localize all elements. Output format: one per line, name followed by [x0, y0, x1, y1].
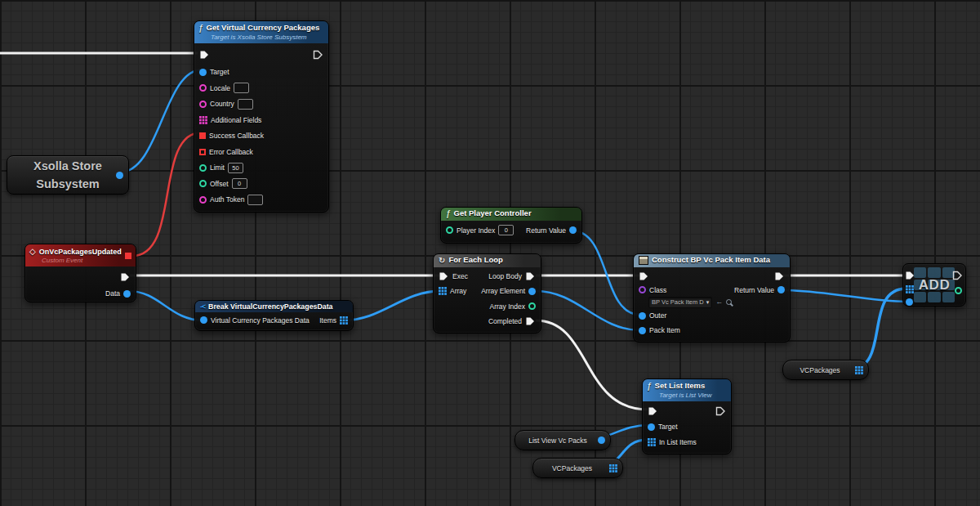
wire-items-to-array[interactable] [343, 291, 441, 320]
subsystem-output-pin[interactable] [116, 172, 123, 179]
pin-label: Success Callback [209, 132, 264, 140]
pin-label: Array [450, 287, 466, 295]
pin-label: Class [649, 286, 666, 294]
node-header: ƒGet Virtual Currency Packages Target is… [194, 21, 328, 43]
node-get-player-controller[interactable]: ƒGet Player Controller Player Index0 Ret… [440, 207, 582, 244]
pin-label: Return Value [734, 286, 774, 294]
exec-out-pin[interactable] [774, 271, 785, 281]
return-value-pin[interactable] [777, 286, 785, 293]
pin-label: Data [105, 289, 120, 298]
wire-controller-to-outer[interactable] [572, 231, 640, 315]
completed-exec-pin[interactable] [525, 316, 536, 326]
loop-body-exec-pin[interactable] [525, 271, 536, 281]
event-icon: ◇ [29, 247, 36, 257]
country-pin[interactable] [199, 101, 207, 108]
offset-pin[interactable] [199, 180, 207, 187]
search-icon[interactable] [726, 299, 732, 305]
exec-in-pin[interactable] [639, 271, 649, 281]
target-pin[interactable] [648, 423, 655, 431]
function-icon: ƒ [198, 24, 203, 34]
node-vcpackages-getter-bottom[interactable]: VCPackages [532, 458, 623, 478]
vcpackages-array-output-pin[interactable] [855, 366, 863, 374]
exec-out-pin[interactable] [952, 271, 963, 280]
country-input[interactable] [238, 99, 253, 110]
locale-pin[interactable] [199, 84, 207, 92]
node-vcpackages-getter-right[interactable]: VCPackages [782, 360, 869, 380]
pin-label: Limit [210, 163, 225, 172]
node-for-each-loop[interactable]: ↻For Each Loop Exec Loop Body Array Arra… [433, 253, 541, 334]
return-value-pin[interactable] [569, 226, 577, 234]
auth-token-pin[interactable] [199, 196, 207, 204]
new-item-pin[interactable] [906, 298, 913, 306]
node-subtitle: Target is Xsolla Store Subsystem [211, 34, 323, 41]
offset-input[interactable]: 0 [232, 178, 247, 189]
variable-label: VCPackages [552, 464, 592, 472]
class-select[interactable]: BP Vc Pack Item D▾ [648, 297, 712, 308]
array-input-pin[interactable] [439, 287, 447, 295]
reset-to-default-icon[interactable]: ← [715, 298, 723, 306]
player-index-input[interactable]: 0 [498, 225, 514, 235]
pin-label: Country [210, 100, 234, 108]
node-header: ◇OnVcPackagesUpdated Custom Event [25, 244, 136, 266]
wire-completed-to-setlistitems[interactable] [536, 320, 648, 410]
pin-label: Array Element [481, 287, 525, 295]
node-construct-bp-vc-pack-item-data[interactable]: Construct BP Vc Pack Item Data Class Ret… [633, 253, 791, 343]
additional-fields-array-pin[interactable] [199, 116, 207, 124]
target-array-pin[interactable] [906, 285, 914, 293]
pin-label: Target [658, 423, 678, 431]
items-array-output-pin[interactable] [340, 316, 348, 325]
node-header: Construct BP Vc Pack Item Data [634, 254, 790, 267]
exec-in-pin[interactable] [905, 271, 915, 280]
node-header: ↻For Each Loop [434, 254, 541, 267]
node-header: -<Break VirtualCurrencyPackagesData [195, 301, 353, 312]
exec-in-pin[interactable] [199, 50, 210, 60]
pin-label: Offset [210, 180, 229, 188]
return-index-pin[interactable] [955, 287, 962, 294]
node-header: ƒSet List Items Target is List View [643, 379, 731, 401]
node-xsolla-store-subsystem[interactable]: Xsolla Store Subsystem [7, 155, 129, 195]
outer-pin[interactable] [639, 312, 646, 320]
array-index-pin[interactable] [528, 302, 536, 310]
limit-pin[interactable] [199, 164, 207, 172]
node-list-view-vc-packs-getter[interactable]: List View Vc Packs [514, 430, 611, 450]
player-index-pin[interactable] [446, 226, 453, 234]
in-list-items-array-pin[interactable] [648, 438, 656, 446]
wire-delegate-to-success-callback[interactable] [132, 132, 202, 256]
locale-input[interactable] [234, 83, 249, 93]
exec-out-pin[interactable] [120, 272, 131, 282]
node-subtitle: Custom Event [42, 257, 131, 264]
delegate-output-pin[interactable] [125, 253, 131, 259]
graph-canvas[interactable]: ƒGet Virtual Currency Packages Target is… [0, 0, 980, 506]
dropdown-caret-icon: ▾ [706, 299, 710, 306]
node-array-add[interactable]: ADD [902, 263, 966, 307]
class-pin[interactable] [639, 286, 646, 293]
variable-label: Xsolla Store [33, 159, 102, 173]
target-pin[interactable] [199, 69, 207, 76]
auth-token-input[interactable] [247, 195, 263, 205]
success-callback-pin[interactable] [199, 132, 206, 139]
wire-xsolla-to-target[interactable] [119, 69, 203, 172]
error-callback-pin[interactable] [199, 149, 206, 155]
wire-data-to-break[interactable] [128, 291, 203, 320]
exec-out-pin[interactable] [715, 406, 726, 416]
variable-label: VCPackages [800, 366, 840, 374]
node-get-virtual-currency-packages[interactable]: ƒGet Virtual Currency Packages Target is… [194, 20, 329, 213]
data-output-pin[interactable] [123, 290, 131, 298]
node-header: ƒGet Player Controller [441, 208, 581, 221]
node-break-virtual-currency-packages-data[interactable]: -<Break VirtualCurrencyPackagesData Virt… [194, 300, 354, 331]
node-subtitle: Target is List View [659, 392, 726, 399]
list-view-output-pin[interactable] [598, 437, 605, 444]
pin-label: Additional Fields [211, 116, 261, 124]
node-set-list-items[interactable]: ƒSet List Items Target is List View Targ… [642, 378, 732, 455]
exec-in-pin[interactable] [439, 271, 449, 281]
variable-label: Subsystem [36, 177, 99, 191]
node-on-vc-packages-updated[interactable]: ◇OnVcPackagesUpdated Custom Event Data [24, 244, 136, 302]
limit-input[interactable]: 50 [228, 163, 243, 173]
exec-in-pin[interactable] [648, 406, 658, 416]
pack-item-pin[interactable] [639, 327, 646, 334]
vcpackages-array-output-pin[interactable] [609, 464, 617, 472]
exec-out-pin[interactable] [313, 50, 323, 60]
struct-input-pin[interactable] [200, 316, 207, 324]
pin-label: Array Index [490, 302, 525, 311]
array-element-pin[interactable] [528, 288, 536, 295]
